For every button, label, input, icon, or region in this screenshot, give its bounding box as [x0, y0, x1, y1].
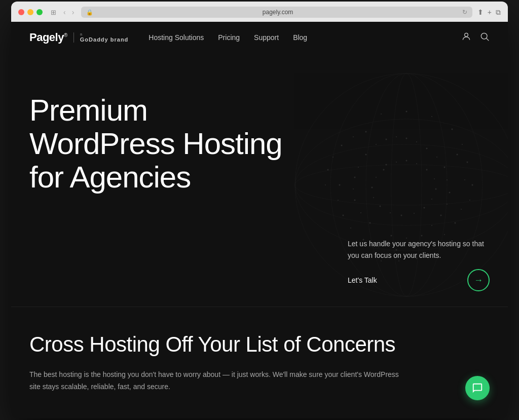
svg-point-54: [457, 154, 458, 156]
svg-point-72: [435, 188, 437, 190]
hero-subtitle: Let us handle your agency's hosting so t…: [348, 238, 490, 261]
svg-point-75: [414, 213, 415, 214]
chrome-controls: ⊞: [51, 9, 56, 16]
svg-point-81: [376, 177, 377, 178]
svg-point-38: [467, 162, 468, 163]
close-button[interactable]: [18, 9, 24, 15]
godaddy-badge: a GoDaddy brand: [80, 32, 129, 44]
lets-talk-link[interactable]: Let's Talk: [348, 276, 377, 284]
svg-point-22: [354, 200, 356, 201]
browser-chrome: ⊞ ‹ › 🔒 pagely.com ↻ ⬆ + ⧉: [11, 2, 508, 22]
logo-divider: [73, 32, 74, 43]
svg-point-34: [406, 111, 407, 112]
svg-point-27: [447, 204, 448, 205]
svg-point-15: [416, 141, 417, 142]
chrome-actions: ⬆ + ⧉: [477, 8, 501, 17]
svg-point-10: [365, 154, 367, 156]
section-description: The best hosting is the hosting you don'…: [29, 369, 404, 393]
svg-point-14: [406, 138, 407, 139]
browser-window: ⊞ ‹ › 🔒 pagely.com ↻ ⬆ + ⧉ Pagely®: [11, 2, 508, 418]
svg-point-18: [444, 167, 446, 168]
lock-icon: 🔒: [86, 9, 93, 16]
hero-section: Premium WordPress Hosting for Agencies L…: [11, 53, 508, 307]
svg-point-78: [380, 206, 381, 207]
svg-point-73: [431, 199, 432, 200]
svg-point-53: [469, 200, 470, 201]
maximize-button[interactable]: [36, 9, 43, 15]
address-bar[interactable]: 🔒 pagely.com ↻: [81, 7, 472, 18]
hero-cta-row: Let's Talk →: [348, 269, 490, 291]
logo-area: Pagely® a GoDaddy brand: [29, 31, 128, 44]
svg-point-60: [365, 131, 367, 133]
svg-point-66: [386, 164, 387, 166]
svg-point-32: [421, 235, 423, 237]
chrome-nav: ‹ ›: [61, 7, 76, 17]
svg-point-39: [464, 179, 465, 180]
logo[interactable]: Pagely®: [29, 31, 67, 44]
svg-point-67: [396, 162, 397, 163]
share-icon[interactable]: ⬆: [477, 8, 484, 16]
bottom-section: Cross Hosting Off Your List of Concerns …: [11, 307, 508, 418]
nav-support[interactable]: Support: [254, 33, 279, 42]
nav-blog[interactable]: Blog: [293, 33, 307, 42]
tab-overview-icon[interactable]: ⧉: [496, 8, 501, 17]
header-actions: [461, 31, 490, 44]
svg-point-25: [447, 179, 448, 180]
sidebar-toggle-icon[interactable]: ⊞: [51, 9, 56, 16]
account-icon[interactable]: [461, 31, 471, 44]
svg-point-21: [353, 188, 354, 189]
new-tab-icon[interactable]: +: [488, 8, 492, 16]
url-text: pagely.com: [96, 9, 459, 16]
website-content: Pagely® a GoDaddy brand Hosting Solution…: [11, 22, 508, 418]
svg-point-51: [461, 209, 462, 210]
svg-point-79: [373, 197, 374, 198]
arrow-right-icon: →: [474, 275, 483, 286]
svg-point-58: [341, 145, 343, 146]
back-button[interactable]: ‹: [61, 7, 68, 17]
svg-point-26: [449, 192, 451, 194]
svg-point-17: [436, 157, 437, 158]
svg-point-37: [462, 144, 463, 145]
reload-icon[interactable]: ↻: [462, 9, 467, 16]
svg-point-71: [434, 178, 435, 179]
svg-point-19: [358, 167, 359, 168]
forward-button[interactable]: ›: [70, 7, 77, 17]
svg-point-77: [390, 212, 391, 213]
search-icon[interactable]: [479, 31, 490, 44]
godaddy-brand-text: GoDaddy brand: [80, 36, 129, 43]
hero-title: Premium WordPress Hosting for Agencies: [29, 94, 303, 194]
cta-arrow-button[interactable]: →: [467, 269, 490, 291]
svg-point-59: [353, 136, 354, 137]
svg-point-35: [431, 116, 432, 117]
svg-point-50: [455, 222, 456, 224]
svg-point-5: [295, 119, 508, 251]
hero-content: Premium WordPress Hosting for Agencies: [29, 94, 303, 194]
svg-point-69: [416, 163, 417, 164]
svg-point-13: [396, 136, 397, 137]
svg-point-42: [343, 215, 344, 216]
svg-point-76: [401, 215, 402, 216]
hero-cta-area: Let us handle your agency's hosting so t…: [348, 238, 490, 291]
svg-point-36: [452, 129, 453, 130]
svg-point-56: [327, 169, 329, 171]
svg-point-6: [295, 165, 508, 205]
svg-point-52: [472, 184, 473, 186]
svg-point-1: [481, 33, 487, 39]
svg-point-68: [406, 160, 407, 162]
nav-hosting-solutions[interactable]: Hosting Solutions: [149, 33, 204, 42]
svg-point-40: [339, 184, 341, 186]
svg-point-43: [350, 227, 351, 228]
svg-point-23: [360, 212, 361, 213]
minimize-button[interactable]: [27, 9, 33, 15]
svg-point-11: [376, 144, 377, 145]
site-nav: Hosting Solutions Pricing Support Blog: [149, 33, 307, 42]
svg-point-24: [369, 222, 371, 224]
traffic-lights: [18, 9, 43, 15]
svg-point-20: [354, 177, 356, 178]
svg-point-57: [332, 157, 333, 158]
svg-point-82: [383, 169, 385, 171]
svg-point-12: [386, 139, 387, 140]
nav-pricing[interactable]: Pricing: [218, 33, 240, 42]
site-header: Pagely® a GoDaddy brand Hosting Solution…: [11, 22, 508, 53]
svg-point-33: [381, 113, 382, 114]
